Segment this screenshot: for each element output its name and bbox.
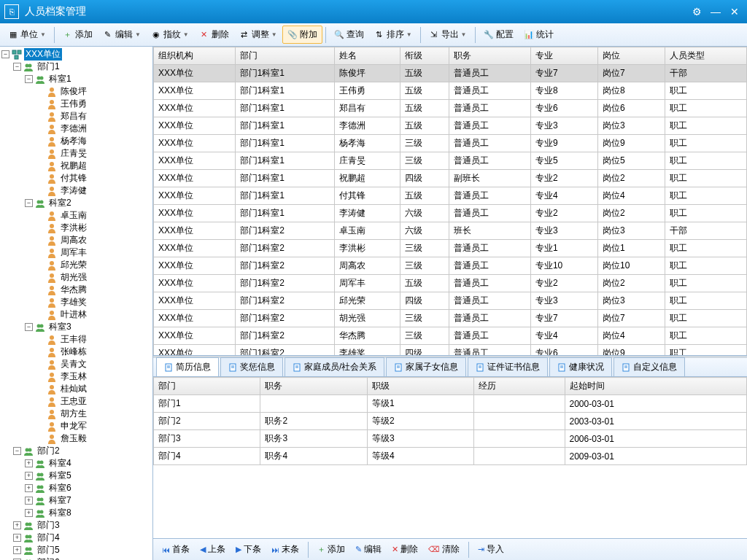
tree-toggle[interactable]: −: [25, 75, 33, 83]
org-tree[interactable]: −XXX单位−部门1−科室1陈俊坪王伟勇郑昌有李德洲杨孝海庄青旻祝鹏超付其锋李涛…: [0, 47, 153, 560]
grid-header[interactable]: 姓名: [334, 47, 400, 65]
tree-node[interactable]: 申龙军: [1, 420, 151, 432]
grid-header[interactable]: 人员类型: [665, 47, 747, 65]
grid-header[interactable]: 岗位: [598, 47, 665, 65]
tree-node[interactable]: 胡光强: [1, 271, 151, 284]
tree-node[interactable]: 周高农: [1, 234, 151, 246]
nclear-button[interactable]: ⌫清除: [424, 542, 464, 557]
grid-header[interactable]: 组织机构: [154, 47, 236, 65]
tree-toggle[interactable]: +: [25, 484, 33, 492]
attach-button[interactable]: 📎附加: [282, 26, 322, 44]
query-button[interactable]: 🔍查询: [329, 26, 369, 44]
table-row[interactable]: XXX单位部门1科室1李德洲五级普通员工专业3岗位3职工: [154, 117, 747, 135]
table-row[interactable]: XXX单位部门1科室1付其锋五级普通员工专业4岗位4职工: [154, 187, 747, 205]
detail-header[interactable]: 部门: [154, 378, 260, 395]
tree-node[interactable]: 周军丰: [1, 246, 151, 259]
tree-node[interactable]: 李德洲: [1, 122, 151, 135]
tree-node[interactable]: 卓玉南: [1, 209, 151, 222]
tree-node[interactable]: 叶进林: [1, 308, 151, 321]
grid-header[interactable]: 专业: [530, 47, 597, 65]
nadd-button[interactable]: ＋添加: [313, 542, 349, 557]
tree-toggle[interactable]: −: [1, 50, 9, 58]
main-grid[interactable]: 组织机构部门姓名衔级职务专业岗位人员类型XXX单位部门1科室1陈俊坪五级普通员工…: [153, 47, 747, 356]
tree-toggle[interactable]: +: [25, 459, 33, 467]
tree-node[interactable]: 庄青旻: [1, 147, 151, 160]
prev-button[interactable]: ◀上条: [196, 542, 230, 557]
detail-grid-wrap[interactable]: 部门职务职级经历起始时间部门1等级12000-03-01部门2职务2等级2200…: [153, 377, 747, 538]
tree-node[interactable]: 李玉林: [1, 370, 151, 383]
grid-header[interactable]: 职务: [449, 47, 531, 65]
tree-node[interactable]: −部门1: [1, 61, 151, 73]
table-row[interactable]: XXX单位部门1科室2周高农三级普通员工专业10岗位10职工: [154, 257, 747, 275]
table-row[interactable]: XXX单位部门1科室1郑昌有五级普通员工专业6岗位6职工: [154, 100, 747, 117]
last-button[interactable]: ⏭末条: [267, 542, 303, 557]
config-button[interactable]: 🔧配置: [479, 26, 519, 44]
tree-toggle[interactable]: −: [13, 447, 21, 455]
tree-node[interactable]: +部门3: [1, 519, 151, 532]
tab-4[interactable]: 证件证书信息: [468, 357, 548, 376]
adjust-button[interactable]: ⇄调整▼: [234, 26, 282, 44]
table-row[interactable]: XXX单位部门1科室2周军丰五级普通员工专业2岗位2职工: [154, 275, 747, 292]
tree-node[interactable]: 李涛健: [1, 184, 151, 197]
detail-header[interactable]: 职级: [367, 378, 473, 395]
detail-header[interactable]: 职务: [260, 378, 367, 395]
first-button[interactable]: ⏮首条: [158, 542, 194, 557]
stats-button[interactable]: 📊统计: [519, 26, 559, 44]
tree-node[interactable]: −部门2: [1, 445, 151, 457]
tree-node[interactable]: 付其锋: [1, 172, 151, 184]
table-row[interactable]: 部门3职务3等级32006-03-01: [154, 430, 747, 448]
tree-toggle[interactable]: +: [13, 534, 21, 542]
tab-3[interactable]: 家属子女信息: [386, 357, 466, 376]
tree-node[interactable]: 王忠亚: [1, 395, 151, 408]
tab-5[interactable]: 健康状况: [549, 357, 612, 376]
tree-node[interactable]: −XXX单位: [1, 48, 151, 61]
detail-grid[interactable]: 部门职务职级经历起始时间部门1等级12000-03-01部门2职务2等级2200…: [153, 377, 747, 465]
tree-node[interactable]: 詹玉毅: [1, 432, 151, 445]
next-button[interactable]: ▶下条: [231, 542, 266, 557]
table-row[interactable]: XXX单位部门1科室1杨孝海三级普通员工专业9岗位9职工: [154, 135, 747, 152]
tree-node[interactable]: −科室2: [1, 197, 151, 209]
tree-toggle[interactable]: −: [25, 323, 33, 331]
tree-toggle[interactable]: −: [13, 63, 21, 71]
table-row[interactable]: XXX单位部门1科室2胡光强三级普通员工专业7岗位7职工: [154, 310, 747, 327]
detail-header[interactable]: 起始时间: [565, 378, 746, 395]
tree-toggle[interactable]: +: [13, 546, 21, 554]
tree-node[interactable]: +科室7: [1, 494, 151, 507]
tree-node[interactable]: +科室4: [1, 457, 151, 470]
sort-button[interactable]: ⇅排序▼: [369, 26, 417, 44]
tree-node[interactable]: 陈俊坪: [1, 85, 151, 98]
table-row[interactable]: XXX单位部门1科室2华杰腾三级普通员工专业4岗位4职工: [154, 327, 747, 345]
tree-toggle[interactable]: −: [25, 199, 33, 207]
tree-node[interactable]: −科室3: [1, 321, 151, 333]
detail-header[interactable]: 经历: [474, 378, 565, 395]
tree-node[interactable]: +部门4: [1, 532, 151, 544]
tree-node[interactable]: +科室5: [1, 470, 151, 482]
tree-node[interactable]: 王丰得: [1, 333, 151, 346]
tree-node[interactable]: 李雄奖: [1, 296, 151, 308]
export-button[interactable]: ⇲导出▼: [424, 26, 472, 44]
nimport-button[interactable]: ⇥导入: [473, 542, 508, 557]
table-row[interactable]: XXX单位部门1科室2李洪彬三级普通员工专业1岗位1职工: [154, 240, 747, 257]
tree-node[interactable]: 吴青文: [1, 358, 151, 370]
table-row[interactable]: XXX单位部门1科室1庄青旻三级普通员工专业5岗位5职工: [154, 152, 747, 170]
tree-node[interactable]: 胡方生: [1, 408, 151, 420]
tree-node[interactable]: +科室6: [1, 482, 151, 494]
table-row[interactable]: 部门2职务2等级22003-03-01: [154, 413, 747, 430]
tree-node[interactable]: 李洪彬: [1, 222, 151, 234]
tree-node[interactable]: +部门6: [1, 556, 151, 560]
tab-0[interactable]: 简历信息: [156, 357, 219, 376]
tree-node[interactable]: 王伟勇: [1, 98, 151, 110]
tree-node[interactable]: −科室1: [1, 73, 151, 85]
nedit-button[interactable]: ✎编辑: [351, 542, 386, 557]
close-button[interactable]: ✕: [727, 4, 743, 20]
tree-node[interactable]: 杨孝海: [1, 135, 151, 147]
tree-node[interactable]: +部门5: [1, 544, 151, 556]
table-row[interactable]: XXX单位部门1科室2卓玉南六级班长专业3岗位3干部: [154, 222, 747, 240]
table-row[interactable]: XXX单位部门1科室1陈俊坪五级普通员工专业7岗位7干部: [154, 65, 747, 82]
tree-node[interactable]: 张峰栋: [1, 346, 151, 358]
edit-button[interactable]: ✎编辑▼: [98, 26, 146, 44]
finger-button[interactable]: ◉指纹▼: [146, 26, 194, 44]
table-row[interactable]: XXX单位部门1科室1祝鹏超四级副班长专业2岗位2职工: [154, 170, 747, 187]
tree-toggle[interactable]: +: [25, 472, 33, 480]
grid-header[interactable]: 衔级: [400, 47, 449, 65]
